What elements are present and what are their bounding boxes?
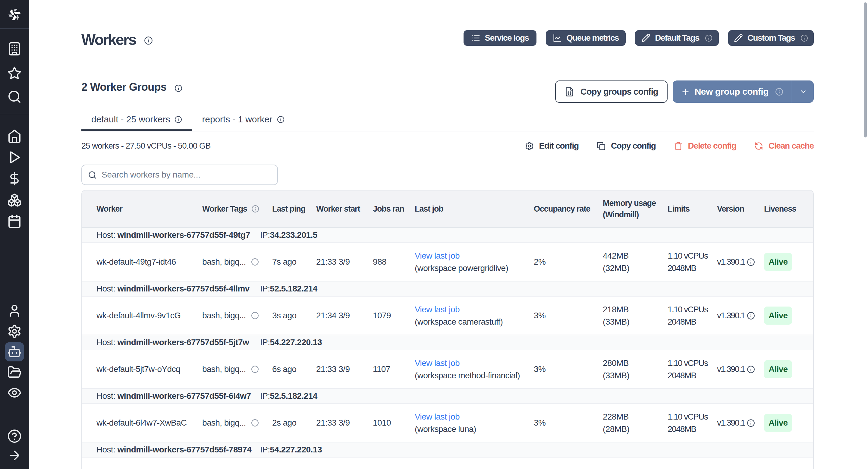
view-last-job-link[interactable]: View last job [415, 412, 460, 421]
last-job-cell: View last job(workspace method-financial… [415, 357, 534, 382]
worker-tags: bash, bigq... [202, 418, 272, 428]
worker-search[interactable] [82, 164, 278, 185]
tab-reports[interactable]: reports - 1 worker [192, 111, 294, 131]
button-label: New group config [695, 87, 769, 97]
sidebar-item-runs[interactable] [7, 150, 22, 164]
host-name: windmill-workers-67757d55f-4llmv [118, 284, 250, 293]
host-ip: IP:34.233.201.5 [260, 230, 317, 240]
arrow-right-icon [7, 448, 22, 463]
last-job-cell: View last job(workspace luna) [415, 410, 534, 435]
host-name: windmill-workers-67757d55f-78974 [118, 445, 252, 454]
service-logs-button[interactable]: Service logs [464, 30, 536, 46]
limits: 1.10 vCPUs2048MB [668, 303, 717, 328]
sidebar-item-settings[interactable] [7, 324, 22, 339]
limits: 1.10 vCPUs2048MB [668, 410, 717, 435]
version: v1.390.1 [717, 418, 764, 428]
tab-label: reports - 1 worker [202, 114, 272, 124]
title-info-icon[interactable] [144, 36, 153, 45]
tags-info-icon[interactable] [251, 419, 259, 427]
action-label: Edit config [539, 141, 579, 151]
version: v1.390.1 [717, 257, 764, 267]
partial-worker-row [82, 458, 813, 469]
edit-config-button[interactable]: Edit config [525, 141, 579, 151]
version-text: v1.390.1 [717, 418, 745, 428]
action-label: Clean cache [769, 141, 814, 151]
copy-groups-config-button[interactable]: Copy groups config [555, 81, 668, 103]
tab-label: default - 25 workers [91, 114, 170, 124]
column-header-jobs-ran: Jobs ran [373, 203, 415, 215]
clean-cache-button[interactable]: Clean cache [754, 141, 814, 151]
groups-info-icon[interactable] [175, 84, 182, 92]
tags-info-icon[interactable] [251, 258, 259, 266]
ip-label: IP: [260, 284, 270, 293]
pencil-icon [641, 33, 650, 42]
ip-value: 52.5.182.214 [270, 284, 317, 293]
copy-config-button[interactable]: Copy config [597, 141, 656, 151]
play-icon [7, 150, 22, 164]
new-group-config-caret-button[interactable] [792, 81, 814, 103]
plus-icon [681, 87, 690, 96]
eye-icon [7, 385, 22, 400]
worker-name: wk-default-4llmv-9v1cG [96, 311, 202, 320]
worker-groups-heading: 2 Worker Groups [82, 81, 166, 94]
worker-row: wk-default-6l4w7-XwBaC bash, bigq... 2s … [82, 404, 813, 442]
jobs-ran: 988 [373, 257, 415, 267]
default-tags-button[interactable]: Default Tags [635, 30, 719, 46]
tags-info-icon[interactable] [251, 365, 259, 373]
host-row: Host: windmill-workers-67757d55f-4llmv I… [82, 282, 813, 296]
sidebar-item-workspace[interactable] [7, 41, 22, 56]
new-group-config-split: New group config [673, 81, 814, 103]
sidebar-item-expand[interactable] [7, 448, 22, 463]
workers-table: WorkerWorker TagsLast pingWorker startJo… [82, 190, 814, 469]
delete-config-button[interactable]: Delete config [674, 141, 736, 151]
content-container: Workers Service logsQueue metricsDefault… [82, 0, 814, 469]
ip-label: IP: [260, 338, 270, 347]
sidebar-item-audit-logs[interactable] [7, 385, 22, 400]
column-header-last-job: Last job [415, 203, 534, 215]
windmill-logo[interactable] [5, 4, 24, 24]
tab-default[interactable]: default - 25 workers [82, 111, 192, 131]
page-scrollbar-thumb[interactable] [864, 2, 867, 137]
group-stats-text: 25 workers - 27.50 vCPUs - 50.00 GB [82, 142, 211, 151]
occupancy-rate: 3% [534, 311, 603, 320]
liveness-badge: Alive [764, 253, 792, 271]
workers-table-header: WorkerWorker TagsLast pingWorker startJo… [82, 190, 813, 228]
sidebar-item-favorites[interactable] [7, 66, 22, 81]
sidebar-item-variables[interactable] [7, 171, 22, 186]
ip-label: IP: [260, 391, 270, 401]
tags-info-icon[interactable] [251, 312, 259, 319]
home-icon [7, 129, 22, 144]
custom-tags-button[interactable]: Custom Tags [728, 30, 814, 46]
version-info-icon[interactable] [747, 419, 755, 427]
host-name: windmill-workers-67757d55f-49tg7 [118, 230, 250, 240]
version-info-icon[interactable] [747, 365, 755, 373]
view-last-job-link[interactable]: View last job [415, 305, 460, 314]
settings-icon [525, 142, 534, 150]
worker-start: 21:33 3/9 [316, 418, 373, 428]
version-info-icon[interactable] [747, 258, 755, 266]
sidebar-item-home[interactable] [7, 129, 22, 144]
memory-usage: 228MB(28MB) [603, 410, 668, 435]
worker-start: 21:34 3/9 [316, 311, 373, 320]
sidebar-item-resources[interactable] [7, 193, 22, 207]
sidebar-item-users[interactable] [7, 304, 22, 318]
sidebar-item-search[interactable] [7, 90, 22, 104]
worker-search-input[interactable] [101, 170, 271, 180]
column-header-memory-usage: Memory usage(Windmill) [603, 197, 668, 220]
sidebar-divider [0, 114, 29, 114]
queue-metrics-button[interactable]: Queue metrics [546, 30, 626, 46]
version: v1.390.1 [717, 365, 764, 374]
version-text: v1.390.1 [717, 365, 745, 374]
version-info-icon[interactable] [747, 312, 755, 320]
column-info-icon[interactable] [251, 205, 259, 213]
worker-row: wk-default-49tg7-idt46 bash, bigq... 7s … [82, 243, 813, 282]
version-text: v1.390.1 [717, 257, 745, 267]
view-last-job-link[interactable]: View last job [415, 251, 460, 260]
view-last-job-link[interactable]: View last job [415, 358, 460, 368]
new-group-config-button[interactable]: New group config [673, 81, 792, 103]
group-summary-row: 25 workers - 27.50 vCPUs - 50.00 GB Edit… [82, 139, 814, 153]
sidebar-item-help[interactable] [7, 429, 22, 443]
sidebar-item-schedules[interactable] [7, 214, 22, 228]
sidebar-item-folders[interactable] [7, 365, 22, 379]
sidebar-item-workers[interactable] [7, 345, 22, 359]
